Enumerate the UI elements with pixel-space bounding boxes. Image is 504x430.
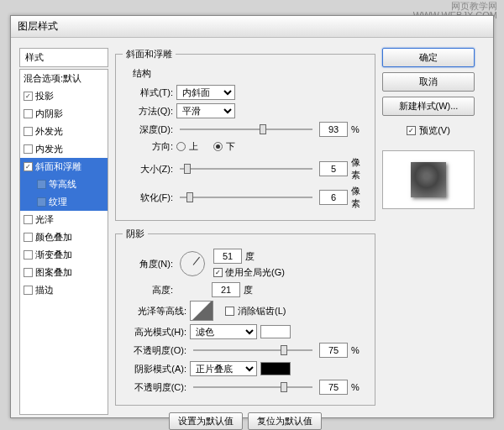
shadow-opacity-label: 不透明度(C): [123,381,186,394]
size-input[interactable] [319,161,348,176]
size-label: 大小(Z): [123,163,173,176]
shadow-mode-select[interactable]: 正片叠底 [190,361,257,376]
sidebar-item-bevel[interactable]: ✓斜面和浮雕 [20,158,108,176]
technique-label: 方法(Q): [123,105,173,118]
shadow-color-swatch[interactable] [260,362,291,375]
direction-up-radio[interactable] [176,142,186,151]
reset-default-button[interactable]: 复位为默认值 [248,412,322,430]
bevel-fieldset: 斜面和浮雕 结构 样式(T): 内斜面 方法(Q): 平滑 深度(D): % [115,48,375,221]
depth-slider[interactable] [180,123,312,135]
style-select[interactable]: 内斜面 [176,85,235,100]
antialias-checkbox[interactable] [225,307,234,316]
sidebar-item-texture[interactable]: 纹理 [20,193,108,211]
size-unit: 像素 [351,156,368,181]
global-light-checkbox[interactable]: ✓ [213,268,223,277]
direction-down-radio[interactable] [213,142,223,151]
gloss-contour[interactable] [190,301,213,321]
sidebar-item-stroke[interactable]: 描边 [20,281,108,299]
sidebar-item-gradientoverlay[interactable]: 渐变叠加 [20,246,108,264]
highlight-color-swatch[interactable] [260,325,291,338]
depth-input[interactable] [319,122,348,137]
style-label: 样式(T): [123,87,173,99]
styles-list: 混合选项:默认 ✓投影 内阴影 外发光 内发光 ✓斜面和浮雕 等高线 纹理 光泽… [19,69,108,415]
sidebar-item-blending[interactable]: 混合选项:默认 [20,70,108,87]
styles-sidebar: 样式 混合选项:默认 ✓投影 内阴影 外发光 内发光 ✓斜面和浮雕 等高线 纹理… [19,48,108,430]
structure-legend: 结构 [133,67,368,80]
sidebar-item-patternoverlay[interactable]: 图案叠加 [20,264,108,281]
global-light-label: 使用全局光(G) [225,266,285,279]
size-slider[interactable] [180,163,312,175]
highlight-opacity-label: 不透明度(O): [123,344,186,357]
shading-fieldset: 阴影 角度(N): 度 ✓ 使用全局光(G) [115,228,375,406]
right-panel: 确定 取消 新建样式(W)... ✓ 预览(V) [382,48,475,430]
soften-slider[interactable] [180,191,312,203]
depth-label: 深度(D): [123,123,173,136]
preview-box [382,150,475,209]
highlight-mode-label: 高光模式(H): [123,326,186,338]
sidebar-item-contour[interactable]: 等高线 [20,176,108,193]
shading-legend: 阴影 [123,228,148,240]
sidebar-item-innerglow[interactable]: 内发光 [20,140,108,158]
sidebar-item-coloroverlay[interactable]: 颜色叠加 [20,228,108,246]
make-default-button[interactable]: 设置为默认值 [169,412,243,430]
shadow-opacity-input[interactable] [319,380,348,395]
technique-select[interactable]: 平滑 [176,103,235,118]
cancel-button[interactable]: 取消 [382,72,475,92]
sidebar-item-dropshadow[interactable]: ✓投影 [20,87,108,105]
altitude-label: 高度: [123,284,173,296]
settings-panel: 斜面和浮雕 结构 样式(T): 内斜面 方法(Q): 平滑 深度(D): % [115,48,375,430]
sidebar-item-innershadow[interactable]: 内阴影 [20,105,108,123]
bevel-legend: 斜面和浮雕 [123,48,176,60]
depth-unit: % [351,124,368,134]
shadow-mode-label: 阴影模式(A): [123,363,186,375]
preview-label: 预览(V) [419,124,450,137]
styles-header: 样式 [19,48,108,67]
sidebar-item-outerglow[interactable]: 外发光 [20,123,108,140]
direction-label: 方向: [123,140,173,153]
gloss-label: 光泽等高线: [123,305,186,317]
antialias-label: 消除锯齿(L) [238,305,286,317]
highlight-opacity-input[interactable] [319,343,348,358]
soften-unit: 像素 [351,185,368,210]
soften-input[interactable] [319,190,348,205]
preview-checkbox[interactable]: ✓ [407,126,416,135]
layer-style-dialog: 图层样式 样式 混合选项:默认 ✓投影 内阴影 外发光 内发光 ✓斜面和浮雕 等… [10,15,494,418]
highlight-opacity-slider[interactable] [193,344,312,356]
highlight-mode-select[interactable]: 滤色 [190,324,257,339]
angle-label: 角度(N): [123,258,173,270]
preview-swatch [411,162,446,197]
sidebar-item-satin[interactable]: 光泽 [20,211,108,228]
ok-button[interactable]: 确定 [382,48,475,67]
angle-unit: 度 [245,250,255,263]
soften-label: 软化(F): [123,191,173,204]
dialog-title: 图层样式 [11,16,493,38]
altitude-input[interactable] [212,282,240,297]
angle-input[interactable] [213,249,242,264]
shadow-opacity-slider[interactable] [193,381,312,393]
angle-dial[interactable] [180,251,205,276]
new-style-button[interactable]: 新建样式(W)... [382,97,475,116]
altitude-unit: 度 [244,284,253,296]
